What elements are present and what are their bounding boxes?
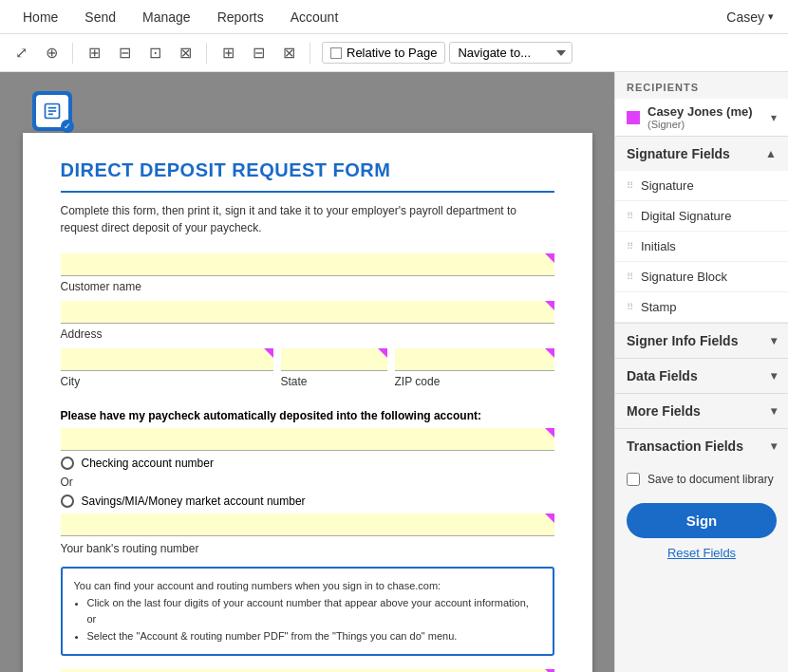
signature-fields-chevron-icon: ▲ — [765, 147, 777, 160]
nav-reports[interactable]: Reports — [204, 0, 277, 33]
routing-label: Your bank's routing number — [61, 542, 554, 555]
toolbar-expand-btn[interactable]: ⤢ — [8, 40, 34, 66]
user-menu[interactable]: Casey — [726, 9, 779, 25]
transaction-fields-section-header[interactable]: Transaction Fields ▾ — [615, 428, 788, 463]
address-field-wrap — [61, 301, 554, 324]
sign-button[interactable]: Sign — [627, 503, 777, 538]
city-field[interactable] — [61, 348, 273, 371]
state-field[interactable] — [281, 348, 387, 371]
checking-radio[interactable] — [61, 457, 74, 470]
drag-icon-sig-block: ⠿ — [627, 271, 633, 282]
initials-field-item[interactable]: ⠿ Initials — [615, 232, 788, 262]
toolbar-resize-btn[interactable]: ⊠ — [172, 40, 198, 66]
checking-account-field[interactable] — [61, 428, 554, 451]
address-field[interactable] — [61, 301, 554, 324]
savings-pink-corner — [545, 513, 554, 523]
checking-pink-corner — [545, 428, 554, 438]
toolbar-move-btn[interactable]: ⊕ — [38, 40, 65, 66]
save-library-row: Save to document library — [615, 463, 788, 495]
signature-fields-list: ⠿ Signature ⠿ Digital Signature ⠿ Initia… — [615, 171, 788, 323]
recipient-item[interactable]: Casey Jones (me) (Signer) ▾ — [615, 99, 788, 136]
initials-item-label: Initials — [641, 239, 676, 253]
savings-field-wrap — [61, 513, 554, 536]
nav-account[interactable]: Account — [277, 0, 352, 33]
drag-icon-signature: ⠿ — [627, 180, 633, 191]
digital-signature-field-item[interactable]: ⠿ Digital Signature — [615, 201, 788, 232]
signer-info-section-header[interactable]: Signer Info Fields ▾ — [615, 323, 788, 358]
data-fields-section-header[interactable]: Data Fields ▾ — [615, 358, 788, 393]
checking-label: Checking account number — [82, 457, 214, 470]
info-bullet-2: Select the "Account & routing number PDF… — [87, 628, 541, 645]
signer-info-chevron-icon: ▾ — [771, 334, 777, 347]
zip-field-wrap — [395, 348, 554, 375]
info-box: You can find your account and routing nu… — [61, 567, 554, 656]
more-fields-label: More Fields — [627, 403, 701, 419]
deposit-instruction: Please have my paycheck automatically de… — [61, 409, 554, 422]
doc-scroll-content: DIRECT DEPOSIT REQUEST FORM Complete thi… — [0, 72, 614, 672]
signer-badge-inner — [36, 95, 68, 127]
or-text: Or — [61, 476, 554, 489]
toolbar-grid-btn[interactable]: ⊠ — [275, 40, 302, 66]
transaction-fields-label: Transaction Fields — [627, 439, 743, 454]
stamp-field-item[interactable]: ⠿ Stamp — [615, 292, 788, 323]
navigate-select[interactable]: Navigate to... — [449, 42, 572, 64]
recipients-header: RECIPIENTS — [615, 72, 788, 99]
save-library-checkbox[interactable] — [627, 473, 640, 486]
drag-icon-initials: ⠿ — [627, 241, 633, 252]
city-pink-corner — [264, 348, 273, 358]
signature-field-item[interactable]: ⠿ Signature — [615, 171, 788, 201]
checking-field-wrap — [61, 428, 554, 451]
signature-fields-section-header[interactable]: Signature Fields ▲ — [615, 136, 788, 171]
checking-radio-row: Checking account number — [61, 457, 554, 470]
zip-label: ZIP code — [395, 375, 554, 388]
toolbar-sep-2 — [206, 43, 207, 64]
nav-send[interactable]: Send — [71, 0, 129, 33]
relative-page-label: Relative to Page — [347, 46, 437, 60]
savings-radio[interactable] — [61, 495, 74, 508]
toolbar-align1-btn[interactable]: ⊞ — [81, 40, 107, 66]
more-fields-section-header[interactable]: More Fields ▾ — [615, 393, 788, 428]
info-intro: You can find your account and routing nu… — [74, 578, 541, 595]
signature-block-item-label: Signature Block — [641, 270, 727, 284]
top-nav: Home Send Manage Reports Account Casey — [0, 0, 788, 34]
toolbar-distribute-btn[interactable]: ⊡ — [141, 40, 168, 66]
city-label: City — [61, 375, 273, 388]
stamp-item-label: Stamp — [641, 300, 677, 314]
state-label: State — [281, 375, 387, 388]
city-state-zip-row — [61, 348, 554, 375]
toolbar-align2-btn[interactable]: ⊟ — [111, 40, 138, 66]
digital-signature-item-label: Digital Signature — [641, 209, 731, 223]
zip-field[interactable] — [395, 348, 554, 371]
savings-radio-row: Savings/MIA/Money market account number — [61, 495, 554, 508]
main-layout: DIRECT DEPOSIT REQUEST FORM Complete thi… — [0, 72, 788, 672]
transaction-fields-chevron-icon: ▾ — [771, 439, 777, 453]
relative-page-btn[interactable]: Relative to Page — [322, 42, 445, 64]
savings-account-field[interactable] — [61, 513, 554, 536]
customer-name-label: Customer name — [61, 280, 554, 293]
signature-block-field-item[interactable]: ⠿ Signature Block — [615, 262, 788, 292]
toolbar-col-btn[interactable]: ⊟ — [245, 40, 272, 66]
recipient-color-swatch — [627, 111, 640, 124]
customer-name-field[interactable] — [61, 253, 554, 276]
recipient-info: Casey Jones (me) (Signer) — [647, 104, 753, 130]
data-fields-chevron-icon: ▾ — [771, 369, 777, 383]
address-label: Address — [61, 327, 554, 341]
nav-home[interactable]: Home — [9, 0, 71, 33]
reset-fields-link[interactable]: Reset Fields — [615, 542, 788, 564]
toolbar-sep-3 — [310, 43, 310, 64]
relative-page-checkbox-icon — [330, 47, 342, 59]
recipient-chevron-icon[interactable]: ▾ — [771, 111, 777, 124]
nav-manage[interactable]: Manage — [129, 0, 204, 33]
toolbar-sep-1 — [72, 43, 73, 64]
recipient-role: (Signer) — [647, 119, 753, 130]
document-area[interactable]: DIRECT DEPOSIT REQUEST FORM Complete thi… — [0, 72, 614, 672]
save-library-label: Save to document library — [647, 473, 774, 486]
doc-title: DIRECT DEPOSIT REQUEST FORM — [61, 159, 554, 181]
city-field-wrap — [61, 348, 273, 375]
signer-info-label: Signer Info Fields — [627, 333, 738, 348]
recipient-name: Casey Jones (me) — [647, 104, 753, 119]
savings-label: Savings/MIA/Money market account number — [82, 495, 306, 508]
doc-description: Complete this form, then print it, sign … — [61, 202, 554, 236]
drag-icon-stamp: ⠿ — [627, 302, 633, 312]
toolbar-table-btn[interactable]: ⊞ — [215, 40, 241, 66]
